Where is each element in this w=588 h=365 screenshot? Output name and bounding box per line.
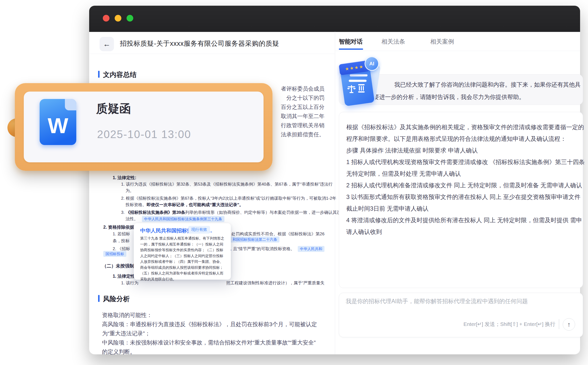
chat-input-placeholder: 我是你的招标代理AI助手，能帮你解答招标代理全流程中遇到的任何问题 [346,297,528,305]
risk-line: 为“重大违法记录”； [102,330,150,337]
chat-message-line: 无特定时限，但需及时处理 无需申请人确认 [346,170,461,178]
tab-smart-chat[interactable]: 智能对话 [339,38,363,46]
summary-fragment: 行政管理机关吊销 [281,122,324,129]
doc-line: 3. 《招标投标法实施条例》第39条列举的串标情形（如协商报价、约定中标等）与本… [121,210,341,215]
scales-of-justice-icon [348,85,355,94]
chat-message-line: 根据《招标投标法》及其实施条例的相关规定，资格预审文件的澄清或修改需要遵循一定的 [346,123,584,131]
law-reference-tag[interactable]: 和国招标投标法第二十六条 [230,237,279,243]
composer-hint: Enter[↵] 发送；Shift[⇧] + Enter[↵] 换行 [463,321,555,328]
summary-fragment: 者评标委员会成员 [281,85,324,93]
chat-message-line: 截止时间3日前 无需申请人确认 [346,205,428,213]
back-button[interactable]: ← [100,37,114,51]
doc-line: 条，投标 [113,238,130,244]
doc-line-fragment: 处罚构成实质性不符合。根据《招标投标法》第26 [231,231,324,237]
law-reference-tag[interactable]: 中华人民共和国招标投标法实施条例第三十九条 [142,216,224,222]
right-header-divider [335,51,580,51]
send-button[interactable]: ↑ [563,318,575,331]
window-titlebar[interactable] [89,6,580,32]
chat-message-line: 2 招标人或代理机构准备澄清或修改文件 同上 无特定时限，但需及时准备 无需申请… [346,181,582,189]
chat-message-line: 步骤 具体操作 法律法规依据 时限要求 申请人确认 [346,146,478,154]
doc-line: 法性。 中华人民共和国招标投标法实施条例第三十九条 [126,216,224,222]
page-title: 招投标质疑-关于xxxx服务有限公司服务器采购的质疑 [120,39,279,48]
doc-sec3-subheading: 1. 法律定性: [113,273,136,279]
greeting-line: 我已经大致了解了你咨询的法律问题和内容。接下来，如果你还有其他具 [394,81,581,89]
doc-line-fragment: 照工程建设强制性标准进行设计），属于“严重质量失 [226,280,324,286]
risk-heading: 风险分析 [103,294,130,303]
avatar-text-bar [350,74,368,76]
court-column-icon [358,84,365,93]
avatar-stars: ★★★★ [345,64,364,72]
risk-line: 中风险项：未按强制标准设计和安全事故，需结合招标文件对“重大质量事故”“重大安全… [102,339,316,346]
chat-message-line: 程序和时限要求。以下是用表格形式呈现的符合法律法规的通知申请人及确认流程： [346,135,566,143]
chat-message-line: 4 将澄清或修改后的文件及时提供给所有潜在投标人 同上 无特定时限，但需及时提供… [346,216,582,224]
summary-heading: 文内容总结 [103,70,136,79]
file-card-timestamp: 2025-10-01 13:00 [97,128,191,141]
doc-line: 1. 若招标 [113,231,130,237]
panel-divider [335,32,335,354]
doc-line: 投标资格。即使仅一次串标记录，也可能构成“重大违法记录”。 [126,202,243,208]
doc-line: 1. 该行为违反《招标投标法》第32条、第53条及《招标投标法实施条例》第40条… [121,181,333,187]
back-arrow-icon: ← [103,40,110,48]
composer-separator [559,319,559,329]
summary-fragment: 法承担赔偿责任。 [281,131,324,138]
zoom-window-button[interactable] [127,15,133,22]
law-tooltip-body: 第三十九条 禁止投标人相互串通投标。有下列情形之一的，属于投标人相互串通投标：（… [140,236,225,282]
law-reference-tag[interactable]: 国招标投标 [103,251,126,257]
section-accent-bar [98,295,100,302]
doc-line-fragment: 效，且“情节严重”的可取消投标资格。中华人民共和 [225,246,324,252]
ai-badge: AI [365,56,379,71]
tab-related-cases[interactable]: 相关案例 [430,38,454,46]
doc-sec2-heading: 2. 资格排除依据: [103,224,135,230]
word-icon-fold-corner [65,99,76,110]
summary-fragment: 分之十以下的罚 [286,94,324,102]
law-reference-tag[interactable]: 中华人民共和 [298,246,324,252]
chat-message-line: 1 招标人或代理机构发现资格预审文件需要澄清或修改 《招标投标法实施条例》第三十… [346,158,585,166]
law-status-badge: 现行有效 [188,226,210,234]
risk-line: 资格取消的可能性： [102,311,152,319]
close-window-button[interactable] [103,15,109,22]
summary-fragment: 取消其一年至二年 [281,113,324,120]
avatar-text-bar [349,80,367,82]
chat-message-line: 请人确认收到 [346,228,382,236]
section-accent-bar [98,71,100,78]
minimize-window-button[interactable] [115,15,121,22]
left-header-divider [89,54,335,54]
active-tab-underline [339,49,363,50]
doc-line: 为。 [126,188,134,194]
doc-sec1-heading: 1. 法律定性: [113,175,136,181]
tab-related-laws[interactable]: 相关法条 [381,38,405,46]
summary-fragment: 百分之五以上百分 [281,103,324,111]
word-letter: W [48,113,68,138]
doc-line: 1. 该行为 [121,280,138,286]
chat-message-line: 3 以书面形式通知所有获取资格预审文件的潜在投标人 同上 至少在提交资格预审申请… [346,193,580,201]
file-card-title: 质疑函 [96,101,131,117]
send-arrow-icon: ↑ [567,321,571,328]
risk-line: 的定义判断。 [102,348,135,356]
risk-line: 高风险项：串通投标行为直接违反《招标投标法》，且处罚在投标前3个月，可能被认定 [102,320,317,328]
doc-line: 2. 根据《招标投标法实施条例》第67条，投标人“3年内2次以上串通投标”或“以… [121,195,336,201]
